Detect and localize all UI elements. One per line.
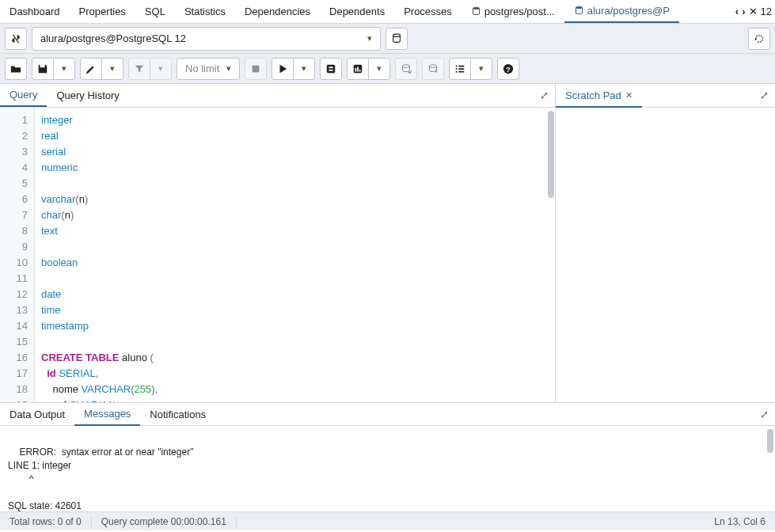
- svg-point-11: [403, 64, 410, 67]
- edit-button[interactable]: [80, 58, 102, 80]
- code-line: id SERIAL,: [41, 366, 555, 382]
- tab-notifications[interactable]: Notifications: [140, 404, 215, 425]
- line-number: 2: [0, 128, 28, 144]
- explain-button[interactable]: [320, 58, 342, 80]
- expand-editor-icon[interactable]: ⤢: [540, 89, 549, 101]
- editor-panel-header: QueryQuery History⤢: [0, 84, 556, 107]
- svg-rect-8: [355, 68, 357, 71]
- messages-output[interactable]: ERROR: syntax error at or near "integer"…: [0, 426, 775, 511]
- explain-dropdown[interactable]: ▾: [368, 58, 390, 80]
- code-line: [41, 239, 555, 255]
- refresh-icon: [754, 33, 765, 44]
- tab-query-history[interactable]: Query History: [47, 85, 128, 106]
- chevron-down-icon: ▾: [110, 63, 115, 74]
- code-line: numeric: [41, 160, 555, 176]
- tab-dependents[interactable]: Dependents: [320, 1, 394, 22]
- tab-properties[interactable]: Properties: [70, 1, 135, 22]
- line-gutter: 12345678910111213141516171819: [0, 108, 35, 402]
- tab-data-output[interactable]: Data Output: [0, 404, 74, 425]
- help-button[interactable]: ?: [497, 58, 519, 80]
- save-icon: [37, 63, 48, 74]
- tab-close-icon[interactable]: ✕: [749, 6, 758, 17]
- tab-processes[interactable]: Processes: [394, 1, 462, 22]
- status-time: Query complete 00:00:00.161: [92, 516, 237, 527]
- chevron-down-icon: ▾: [377, 63, 382, 74]
- svg-point-0: [473, 7, 479, 10]
- line-number: 16: [0, 350, 28, 366]
- tab-statistics[interactable]: Statistics: [175, 1, 235, 22]
- tab-messages[interactable]: Messages: [74, 403, 140, 426]
- run-button[interactable]: [272, 58, 294, 80]
- tab-cut-text: 12: [761, 6, 772, 17]
- tab-dashboard[interactable]: Dashboard: [0, 1, 70, 22]
- code-line: boolean: [41, 255, 555, 271]
- limit-select[interactable]: No limit ▾: [177, 58, 240, 80]
- edit-dropdown[interactable]: ▾: [101, 58, 123, 80]
- expand-output-icon[interactable]: ⤢: [760, 408, 769, 420]
- line-number: 9: [0, 239, 28, 255]
- code-line: real: [41, 128, 555, 144]
- scratch-pad-label: Scratch Pad: [565, 89, 621, 101]
- connection-status-button[interactable]: [5, 28, 27, 50]
- stop-button[interactable]: [245, 58, 267, 80]
- line-number: 3: [0, 144, 28, 160]
- chevron-down-icon: ▾: [226, 63, 231, 74]
- pencil-icon: [85, 63, 97, 74]
- code-line: date: [41, 287, 555, 302]
- open-file-button[interactable]: [5, 58, 27, 80]
- tab-prev-icon[interactable]: ‹: [735, 6, 739, 17]
- file-tab[interactable]: postgres/post...: [462, 1, 564, 22]
- tab-scratch-pad[interactable]: Scratch Pad ×: [556, 84, 642, 108]
- macros-button[interactable]: [449, 58, 471, 80]
- scratch-panel-header: Scratch Pad × ⤢: [556, 84, 775, 107]
- filter-dropdown[interactable]: ▾: [150, 58, 172, 80]
- close-icon[interactable]: ×: [625, 89, 632, 101]
- tab-next-icon[interactable]: ›: [742, 6, 745, 17]
- list-icon: [454, 63, 465, 74]
- code-line: text: [41, 223, 555, 239]
- save-dropdown[interactable]: ▾: [53, 58, 75, 80]
- play-icon: [277, 63, 288, 74]
- reset-layout-button[interactable]: [748, 28, 770, 50]
- limit-label: No limit: [185, 63, 219, 74]
- commit-button[interactable]: [395, 58, 417, 80]
- rollback-button[interactable]: [422, 58, 444, 80]
- code-editor[interactable]: 12345678910111213141516171819 integerrea…: [0, 108, 556, 402]
- file-tab-label: postgres/post...: [484, 6, 555, 17]
- new-connection-button[interactable]: [386, 28, 408, 50]
- code-line: cpf CHAR(11),: [41, 397, 555, 402]
- filter-button[interactable]: [128, 58, 150, 80]
- line-number: 7: [0, 207, 28, 223]
- line-number: 12: [0, 287, 28, 302]
- output-text: ERROR: syntax error at or near "integer"…: [8, 446, 193, 511]
- scratch-pad[interactable]: [556, 108, 775, 402]
- expand-scratch-icon[interactable]: ⤢: [760, 89, 769, 101]
- code-line: char(n): [41, 207, 555, 223]
- explain-analyze-button[interactable]: [347, 58, 369, 80]
- editor-area: 12345678910111213141516171819 integerrea…: [0, 108, 775, 402]
- tab-dependencies[interactable]: Dependencies: [235, 1, 320, 22]
- file-tab-label: alura/postgres@P: [587, 5, 670, 17]
- code-line: varchar(n): [41, 192, 555, 207]
- code-line: integer: [41, 112, 555, 128]
- database-icon: [391, 33, 402, 44]
- line-number: 14: [0, 318, 28, 334]
- help-icon: ?: [503, 63, 514, 74]
- svg-point-2: [393, 33, 400, 36]
- output-scrollbar[interactable]: [767, 429, 773, 453]
- line-number: 18: [0, 382, 28, 397]
- code-line: [41, 176, 555, 192]
- run-dropdown[interactable]: ▾: [293, 58, 315, 80]
- code-body[interactable]: integerrealserialnumeric varchar(n)char(…: [35, 108, 555, 402]
- tab-sql[interactable]: SQL: [135, 1, 175, 22]
- code-line: nome VARCHAR(255),: [41, 382, 555, 397]
- editor-scrollbar[interactable]: [548, 111, 554, 198]
- tab-query[interactable]: Query: [0, 84, 47, 107]
- connection-select[interactable]: alura/postgres@PostgreSQL 12 ▾: [32, 27, 381, 51]
- save-button[interactable]: [32, 58, 54, 80]
- svg-rect-9: [357, 66, 359, 71]
- macros-dropdown[interactable]: ▾: [470, 58, 492, 80]
- rollback-icon: [427, 63, 439, 74]
- file-tab[interactable]: alura/postgres@P: [564, 0, 679, 23]
- line-number: 11: [0, 271, 28, 287]
